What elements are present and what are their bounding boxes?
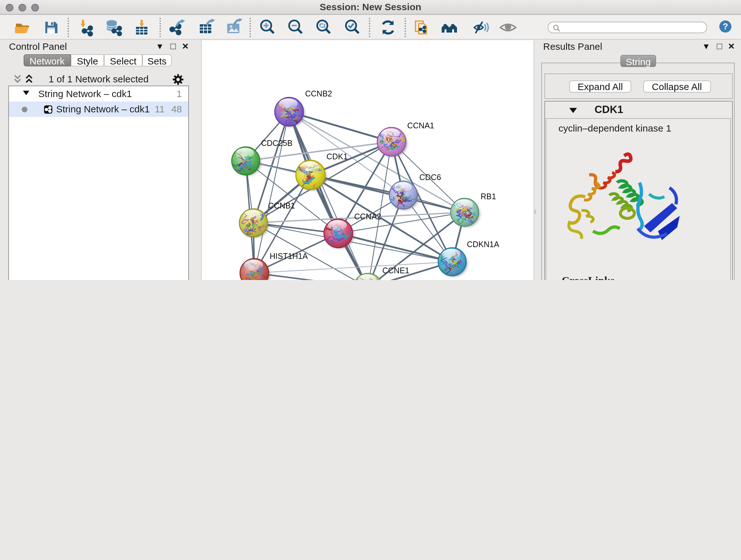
svg-text:CCNE1: CCNE1 <box>382 266 409 274</box>
svg-text:HIST1H1A: HIST1H1A <box>269 251 308 260</box>
svg-text:CCNA2: CCNA2 <box>354 212 381 221</box>
svg-text:RB1: RB1 <box>480 192 496 200</box>
svg-text:CDC25B: CDC25B <box>261 138 292 147</box>
svg-text:CDC6: CDC6 <box>419 172 441 181</box>
svg-text:CDK1: CDK1 <box>326 152 347 161</box>
svg-text:CCNA1: CCNA1 <box>407 121 434 130</box>
svg-text:CDKN1A: CDKN1A <box>467 240 499 248</box>
svg-text:CCNB1: CCNB1 <box>268 201 295 210</box>
svg-text:CCNB2: CCNB2 <box>305 89 332 98</box>
